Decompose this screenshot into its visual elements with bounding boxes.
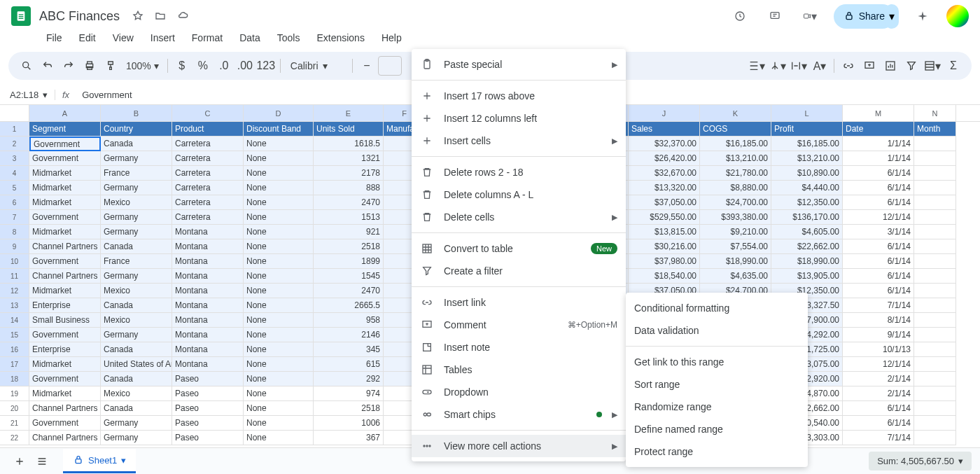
name-box[interactable]: A2:L18 ▾ bbox=[6, 90, 55, 100]
cell[interactable]: None bbox=[244, 195, 314, 210]
cell[interactable]: $24,700.00 bbox=[700, 195, 771, 210]
ctx-insert-link[interactable]: Insert link bbox=[412, 291, 626, 314]
cell[interactable]: 6/1/14 bbox=[843, 239, 914, 254]
cell[interactable]: 615 bbox=[314, 357, 384, 372]
header-cell[interactable]: Discount Band bbox=[244, 122, 314, 137]
cell[interactable]: None bbox=[244, 269, 314, 284]
cell[interactable]: 10/1/13 bbox=[843, 342, 914, 357]
cell[interactable]: 1899 bbox=[314, 254, 384, 269]
formula-input[interactable]: Government bbox=[76, 90, 132, 100]
cell[interactable]: None bbox=[244, 386, 314, 401]
cell[interactable]: None bbox=[244, 181, 314, 195]
cell[interactable]: $12,350.00 bbox=[771, 195, 843, 210]
cell[interactable]: Canada bbox=[101, 342, 172, 357]
ctx-insert-rows-above[interactable]: Insert 17 rows above bbox=[412, 85, 626, 107]
cell[interactable] bbox=[914, 431, 956, 445]
cell[interactable]: 345 bbox=[314, 342, 384, 357]
cell[interactable]: Carretera bbox=[172, 137, 244, 151]
cell[interactable] bbox=[914, 239, 956, 254]
row-header[interactable]: 12 bbox=[0, 284, 29, 298]
cell[interactable]: $32,670.00 bbox=[629, 166, 700, 181]
cell[interactable]: $529,550.00 bbox=[629, 210, 700, 225]
row-header[interactable]: 10 bbox=[0, 254, 29, 269]
cell[interactable]: 12/1/14 bbox=[843, 357, 914, 372]
ctx-paste-special[interactable]: Paste special▶ bbox=[412, 53, 626, 76]
cell[interactable] bbox=[914, 151, 956, 166]
cell[interactable]: None bbox=[244, 328, 314, 342]
cell[interactable]: Carretera bbox=[172, 210, 244, 225]
cell[interactable]: Government bbox=[29, 416, 101, 431]
cell[interactable]: $8,880.00 bbox=[700, 181, 771, 195]
decrease-decimal-icon[interactable]: .0 bbox=[214, 56, 234, 76]
cell[interactable]: $18,990.00 bbox=[700, 254, 771, 269]
cell[interactable]: 367 bbox=[314, 431, 384, 445]
menu-view[interactable]: View bbox=[106, 29, 141, 46]
row-header[interactable]: 4 bbox=[0, 166, 29, 181]
cloud-icon[interactable] bbox=[176, 9, 190, 23]
cell[interactable] bbox=[914, 313, 956, 328]
header-cell[interactable]: Date bbox=[843, 122, 914, 137]
cell[interactable]: $37,050.00 bbox=[629, 195, 700, 210]
cell[interactable]: None bbox=[244, 239, 314, 254]
ctx-sub-data-validation[interactable]: Data validation bbox=[626, 319, 808, 342]
cell[interactable]: $13,815.00 bbox=[629, 225, 700, 239]
cell[interactable]: France bbox=[101, 166, 172, 181]
cell[interactable] bbox=[914, 372, 956, 386]
cell[interactable]: Montana bbox=[172, 239, 244, 254]
cell[interactable]: 974 bbox=[314, 386, 384, 401]
share-dropdown[interactable]: ▾ bbox=[885, 4, 899, 29]
cell[interactable]: 2146 bbox=[314, 328, 384, 342]
ctx-sub-randomize-range[interactable]: Randomize range bbox=[626, 396, 808, 418]
cell[interactable] bbox=[914, 225, 956, 239]
cell[interactable]: Midmarket bbox=[29, 195, 101, 210]
percent-icon[interactable]: % bbox=[193, 56, 213, 76]
cell[interactable]: $13,210.00 bbox=[771, 151, 843, 166]
cell[interactable]: Government bbox=[29, 151, 101, 166]
cell[interactable]: Germany bbox=[101, 269, 172, 284]
cell[interactable]: Channel Partners bbox=[29, 239, 101, 254]
cell[interactable]: Midmarket bbox=[29, 357, 101, 372]
menu-file[interactable]: File bbox=[39, 29, 69, 46]
increase-decimal-icon[interactable]: .00 bbox=[235, 56, 255, 76]
comments-icon[interactable] bbox=[768, 9, 782, 23]
cell[interactable]: $4,605.00 bbox=[771, 225, 843, 239]
cell[interactable]: $26,420.00 bbox=[629, 151, 700, 166]
cell[interactable] bbox=[914, 269, 956, 284]
cell[interactable]: Government bbox=[29, 137, 101, 151]
cell[interactable]: 1/1/14 bbox=[843, 137, 914, 151]
cell[interactable]: Midmarket bbox=[29, 386, 101, 401]
ctx-delete-cells[interactable]: Delete cells▶ bbox=[412, 206, 626, 228]
wrap-icon[interactable]: ▾ bbox=[789, 56, 808, 76]
column-header[interactable]: D bbox=[244, 105, 314, 121]
cell[interactable]: None bbox=[244, 137, 314, 151]
cell[interactable]: United States of Ameri bbox=[101, 357, 172, 372]
cell[interactable]: Canada bbox=[101, 401, 172, 416]
ctx-convert-to-table[interactable]: Convert to tableNew bbox=[412, 237, 626, 260]
row-header[interactable]: 11 bbox=[0, 269, 29, 284]
cell[interactable]: Montana bbox=[172, 342, 244, 357]
cell[interactable]: Carretera bbox=[172, 166, 244, 181]
add-sheet-icon[interactable] bbox=[8, 450, 31, 473]
cell[interactable] bbox=[914, 298, 956, 313]
row-header[interactable]: 1 bbox=[0, 122, 29, 137]
search-menus-icon[interactable] bbox=[17, 56, 36, 76]
row-header[interactable]: 16 bbox=[0, 342, 29, 357]
ctx-sub-get-link-to-this-range[interactable]: Get link to this range bbox=[626, 351, 808, 373]
header-cell[interactable]: Month bbox=[914, 122, 956, 137]
cell[interactable]: Carretera bbox=[172, 195, 244, 210]
all-sheets-icon[interactable] bbox=[31, 450, 53, 473]
cell[interactable]: Paseo bbox=[172, 386, 244, 401]
cell[interactable]: Germany bbox=[101, 181, 172, 195]
cell[interactable]: 1545 bbox=[314, 269, 384, 284]
document-title[interactable]: ABC Finances bbox=[39, 9, 120, 24]
cell[interactable]: Germany bbox=[101, 210, 172, 225]
cell[interactable]: Paseo bbox=[172, 416, 244, 431]
insert-chart-icon[interactable] bbox=[881, 56, 900, 76]
cell[interactable]: Government bbox=[29, 328, 101, 342]
cell[interactable]: 6/1/14 bbox=[843, 284, 914, 298]
header-cell[interactable]: Profit bbox=[771, 122, 843, 137]
cell[interactable]: 12/1/14 bbox=[843, 210, 914, 225]
cell[interactable]: Paseo bbox=[172, 431, 244, 445]
cell[interactable]: Montana bbox=[172, 225, 244, 239]
cell[interactable]: $10,890.00 bbox=[771, 166, 843, 181]
